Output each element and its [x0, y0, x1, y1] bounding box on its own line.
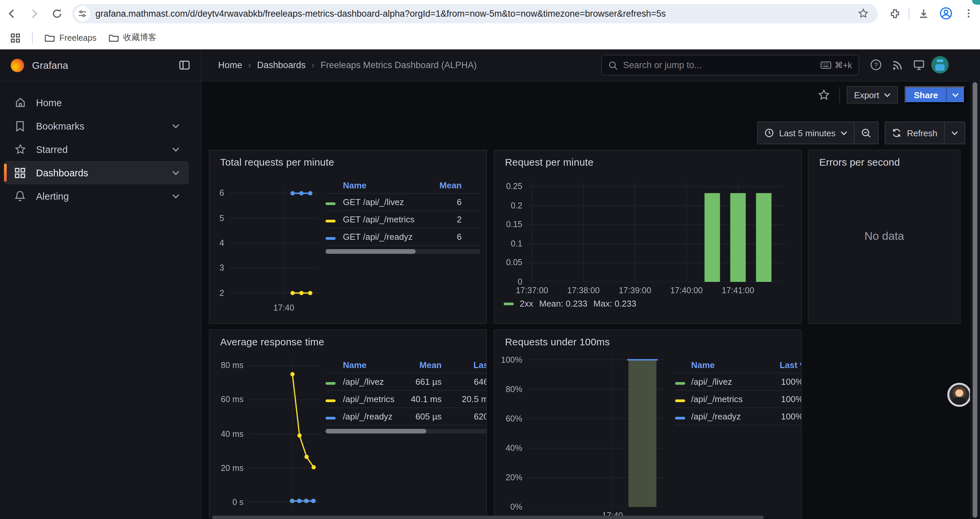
series-value: 620 — [442, 412, 487, 422]
column-header[interactable]: Last * — [767, 360, 802, 370]
search-input[interactable]: Search or jump to... ⌘+k — [601, 55, 859, 75]
panel-total-requests-per-minute[interactable]: Total requests per minute 6543217:40 Nam… — [209, 150, 487, 324]
content: HomeBookmarksStarredDashboardsAlerting E… — [0, 81, 980, 519]
rss-icon[interactable] — [889, 56, 906, 73]
panel-errors-per-second[interactable]: Errors per second No data — [808, 150, 961, 324]
table-row[interactable]: /api/_/readyz605 µs620 — [326, 408, 487, 425]
sidebar-item-home[interactable]: Home — [4, 91, 189, 114]
no-data-message: No data — [808, 230, 960, 243]
legend-table-header: NameMean — [326, 177, 480, 194]
tune-icon[interactable] — [75, 6, 90, 21]
sidebar-toggle-icon[interactable] — [175, 56, 193, 74]
scrollbar-thumb[interactable] — [973, 82, 977, 517]
sidebar-item-dashboards[interactable]: Dashboards — [4, 161, 189, 184]
series-name[interactable]: GET /api/_/livez — [343, 197, 424, 207]
y-axis-tick: 20% — [494, 473, 522, 482]
series-max: Max: 0.233 — [593, 299, 636, 308]
column-header[interactable]: Name — [343, 360, 400, 370]
bookmark-folder-blogs[interactable]: 收藏博客 — [108, 32, 156, 43]
sidebar-item-bookmarks[interactable]: Bookmarks — [4, 114, 189, 137]
series-name[interactable]: GET /api/_/readyz — [343, 232, 424, 242]
sidebar-item-starred[interactable]: Starred — [4, 137, 189, 161]
column-header[interactable]: Las — [442, 360, 487, 370]
breadcrumb-dashboards[interactable]: Dashboards — [257, 60, 306, 70]
y-axis-tick: 0% — [494, 502, 522, 512]
breadcrumb-home[interactable]: Home — [218, 60, 242, 70]
series-name[interactable]: /api/_/livez — [343, 377, 400, 387]
column-header[interactable]: Name — [691, 360, 767, 370]
series-value: 646 — [442, 377, 487, 387]
toolbar-divider — [908, 7, 909, 19]
series-name[interactable]: /api/_/livez — [691, 377, 767, 387]
table-row[interactable]: /api/_/readyz100% — [675, 408, 802, 425]
horizontal-scrollbar[interactable] — [212, 516, 764, 519]
legend-scrollbar[interactable] — [326, 249, 480, 254]
panel-requests-under-100ms[interactable]: Requests under 100ms 100%80%60%40%20%0%1… — [494, 329, 802, 519]
chevron-down-icon — [884, 93, 891, 97]
bookmark-icon — [13, 121, 27, 131]
url-text[interactable]: grafana.mathmast.com/d/deytv4rwavabkb/fr… — [95, 8, 855, 18]
time-range-picker[interactable]: Last 5 minutes — [758, 122, 854, 144]
forward-icon[interactable] — [23, 2, 45, 25]
refresh-button[interactable]: Refresh — [886, 122, 944, 144]
sidebar-item-label: Starred — [36, 144, 68, 155]
table-row[interactable]: /api/_/livez100% — [675, 374, 802, 391]
share-button[interactable]: Share — [905, 86, 965, 104]
series-name[interactable]: /api/_/readyz — [343, 412, 400, 422]
export-button[interactable]: Export — [847, 86, 898, 104]
x-axis-tick: 17:39:00 — [611, 286, 659, 295]
column-header[interactable]: Name — [343, 180, 424, 190]
table-row[interactable]: /api/_/livez661 µs646 — [326, 374, 487, 391]
page-scrollbar[interactable] — [970, 80, 980, 519]
bookmark-star-icon[interactable] — [855, 2, 871, 25]
table-row[interactable]: GET /api/_/livez6 — [326, 194, 480, 211]
brand-area: Grafana — [0, 50, 202, 81]
share-menu-chevron[interactable] — [946, 88, 964, 102]
monitor-icon[interactable] — [910, 56, 927, 73]
series-name[interactable]: 2xx — [520, 299, 533, 308]
bell-icon — [13, 190, 27, 202]
table-row[interactable]: GET /api/_/readyz6 — [326, 228, 480, 246]
url-bar[interactable]: grafana.mathmast.com/d/deytv4rwavabkb/fr… — [72, 4, 878, 23]
user-avatar[interactable] — [931, 56, 949, 73]
reload-icon[interactable] — [45, 2, 68, 25]
series-name[interactable]: /api/_/metrics — [691, 394, 767, 404]
profile-icon[interactable] — [935, 2, 957, 25]
y-axis-tick: 6 — [209, 189, 224, 198]
y-axis-tick: 0 s — [213, 497, 243, 507]
y-axis-tick: 0.05 — [494, 258, 522, 268]
legend-table: NameMeanLas/api/_/livez661 µs646/api/_/m… — [326, 357, 487, 433]
zoom-out-button[interactable] — [854, 122, 878, 144]
table-row[interactable]: /api/_/metrics100% — [675, 391, 802, 408]
refresh-interval-chevron[interactable] — [944, 122, 965, 144]
sidebar-item-alerting[interactable]: Alerting — [4, 184, 189, 208]
grafana-logo[interactable] — [11, 58, 24, 72]
chart-svg — [249, 357, 320, 510]
y-axis-tick: 40 ms — [213, 429, 243, 439]
y-axis-tick: 60% — [494, 414, 522, 423]
series-value: 6 — [424, 232, 480, 242]
y-axis-tick: 100% — [494, 355, 522, 364]
table-row[interactable]: /api/_/metrics40.1 ms20.5 m — [326, 391, 487, 408]
y-axis-tick: 80 ms — [213, 361, 243, 370]
series-name[interactable]: GET /api/_/metrics — [343, 214, 424, 224]
panel-request-per-minute[interactable]: Request per minute 0.250.20.150.10.05017… — [494, 150, 802, 324]
back-icon[interactable] — [0, 2, 23, 25]
extensions-icon[interactable] — [883, 2, 906, 25]
menu-dots-icon[interactable] — [957, 2, 980, 25]
bookmark-folder-freeleaps[interactable]: Freeleaps — [45, 33, 96, 42]
table-row[interactable]: GET /api/_/metrics2 — [326, 211, 480, 228]
column-header[interactable]: Mean — [424, 180, 480, 190]
help-icon[interactable]: ? — [867, 56, 885, 73]
panel-average-response-time[interactable]: Average response time 80 ms60 ms40 ms20 … — [209, 329, 487, 519]
dashboard-main: Export Share Last 5 minutes — [202, 81, 980, 519]
series-name[interactable]: /api/_/metrics — [343, 394, 400, 404]
series-name[interactable]: /api/_/readyz — [691, 412, 767, 422]
apps-grid-icon[interactable] — [7, 26, 24, 49]
column-header[interactable]: Mean — [400, 360, 442, 370]
legend-scrollbar[interactable] — [326, 429, 487, 433]
assistant-avatar[interactable] — [947, 383, 971, 407]
download-icon[interactable] — [912, 2, 935, 25]
favorite-star-icon[interactable] — [816, 86, 833, 104]
browser-toolbar: grafana.mathmast.com/d/deytv4rwavabkb/fr… — [0, 0, 980, 27]
